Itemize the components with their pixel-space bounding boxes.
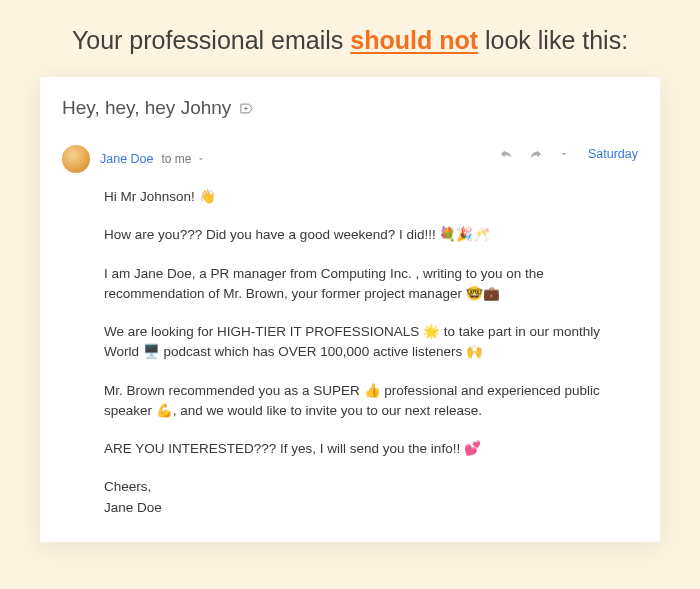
more-caret-icon[interactable]: [558, 148, 570, 160]
reply-icon[interactable]: [498, 147, 514, 161]
body-paragraph: Mr. Brown recommended you as a SUPER 👍 p…: [104, 381, 638, 422]
title-emphasis: should not: [350, 26, 478, 54]
body-paragraph: How are you??? Did you have a good weeke…: [104, 225, 638, 245]
forward-icon[interactable]: [528, 147, 544, 161]
label-icon[interactable]: [239, 101, 254, 116]
sender-avatar[interactable]: [62, 145, 90, 173]
title-before: Your professional emails: [72, 26, 350, 54]
body-paragraph: Hi Mr Johnson! 👋: [104, 187, 638, 207]
body-signoff: Cheers, Jane Doe: [104, 477, 638, 518]
recipient-label: to me: [162, 152, 192, 166]
body-paragraph: ARE YOU INTERESTED??? If yes, I will sen…: [104, 439, 638, 459]
title-after: look like this:: [478, 26, 628, 54]
email-card: Hey, hey, hey Johny Jane Doe to me: [40, 77, 660, 542]
sender-name[interactable]: Jane Doe: [100, 152, 154, 166]
email-subject: Hey, hey, hey Johny: [62, 97, 231, 119]
details-caret-icon[interactable]: [196, 154, 206, 164]
message-actions: Saturday: [498, 147, 638, 161]
subject-row: Hey, hey, hey Johny: [62, 97, 638, 119]
page-title: Your professional emails should not look…: [40, 26, 660, 55]
body-paragraph: I am Jane Doe, a PR manager from Computi…: [104, 264, 638, 305]
body-paragraph: We are looking for HIGH-TIER IT PROFESSI…: [104, 322, 638, 363]
signoff-name: Jane Doe: [104, 500, 162, 515]
email-body: Hi Mr Johnson! 👋 How are you??? Did you …: [104, 187, 638, 518]
email-meta-row: Jane Doe to me Saturday: [62, 145, 638, 173]
signoff-cheers: Cheers,: [104, 479, 151, 494]
email-timestamp[interactable]: Saturday: [588, 147, 638, 161]
